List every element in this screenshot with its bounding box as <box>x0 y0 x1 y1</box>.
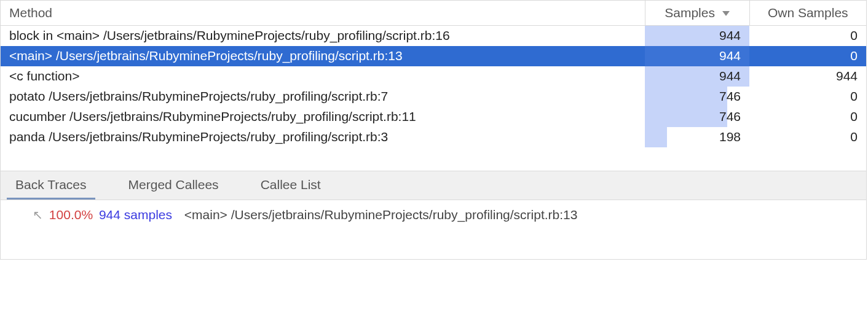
own-samples-cell: 0 <box>749 107 866 127</box>
method-cell: <c function> <box>1 66 645 87</box>
trace-tabs-bar: Back TracesMerged CalleesCallee List <box>1 171 866 200</box>
method-cell: block in <main> /Users/jetbrains/Rubymin… <box>1 26 645 46</box>
column-method[interactable]: Method <box>1 1 645 26</box>
samples-cell: 746 <box>645 87 749 107</box>
own-samples-cell: 0 <box>749 127 866 147</box>
method-cell: panda /Users/jetbrains/RubymineProjects/… <box>1 127 645 147</box>
table-row[interactable]: potato /Users/jetbrains/RubymineProjects… <box>1 87 866 107</box>
samples-cell: 746 <box>645 107 749 127</box>
samples-value: 944 <box>719 48 741 63</box>
method-cell: <main> /Users/jetbrains/RubymineProjects… <box>1 46 645 66</box>
method-cell: cucumber /Users/jetbrains/RubymineProjec… <box>1 107 645 127</box>
samples-value: 746 <box>719 89 741 103</box>
trace-method: <main> /Users/jetbrains/RubymineProjects… <box>184 207 578 222</box>
samples-value: 198 <box>719 130 741 144</box>
own-samples-cell: 0 <box>749 46 866 66</box>
table-row[interactable]: cucumber /Users/jetbrains/RubymineProjec… <box>1 107 866 127</box>
samples-cell: 944 <box>645 66 749 87</box>
tab-merged-callees[interactable]: Merged Callees <box>120 171 227 200</box>
column-own-samples-label: Own Samples <box>768 6 848 20</box>
sort-descending-icon <box>722 11 730 16</box>
profiler-panel: Method Samples Own Samples block in <mai… <box>0 0 867 260</box>
samples-value: 944 <box>719 69 741 83</box>
samples-cell: 944 <box>645 26 749 46</box>
trace-percent: 100.0% <box>49 207 93 222</box>
samples-value: 944 <box>719 28 741 42</box>
table-row[interactable]: <c function>944944 <box>1 66 866 87</box>
spacer-row <box>1 147 866 171</box>
column-method-label: Method <box>9 6 52 20</box>
column-samples[interactable]: Samples <box>645 1 749 26</box>
tab-back-traces[interactable]: Back Traces <box>7 171 95 200</box>
tab-callee-list[interactable]: Callee List <box>252 171 329 200</box>
table-header-row: Method Samples Own Samples <box>1 1 866 26</box>
column-own-samples[interactable]: Own Samples <box>749 1 866 26</box>
table-row[interactable]: panda /Users/jetbrains/RubymineProjects/… <box>1 127 866 147</box>
arrow-up-left-icon: ↖ <box>33 208 43 222</box>
samples-value: 746 <box>719 109 741 123</box>
own-samples-cell: 0 <box>749 87 866 107</box>
samples-cell: 198 <box>645 127 749 147</box>
samples-cell: 944 <box>645 46 749 66</box>
own-samples-cell: 0 <box>749 26 866 46</box>
column-samples-label: Samples <box>665 6 715 20</box>
method-cell: potato /Users/jetbrains/RubymineProjects… <box>1 87 645 107</box>
own-samples-cell: 944 <box>749 66 866 87</box>
table-row[interactable]: block in <main> /Users/jetbrains/Rubymin… <box>1 26 866 46</box>
back-trace-row[interactable]: ↖ 100.0% 944 samples <main> /Users/jetbr… <box>1 200 866 259</box>
trace-samples: 944 samples <box>99 207 172 222</box>
table-row[interactable]: <main> /Users/jetbrains/RubymineProjects… <box>1 46 866 66</box>
method-table: Method Samples Own Samples block in <mai… <box>1 1 866 171</box>
